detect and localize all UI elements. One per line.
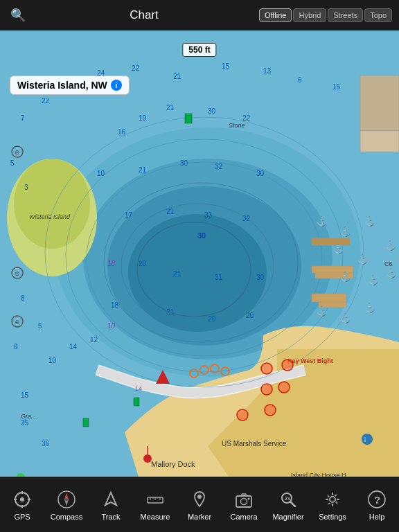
svg-text:?: ?	[374, 494, 380, 506]
svg-text:15: 15	[21, 391, 29, 399]
svg-text:10: 10	[97, 170, 105, 177]
svg-text:⚓: ⚓	[332, 243, 345, 255]
svg-text:31: 31	[215, 274, 223, 281]
map-container[interactable]: Wisteria Island 7 22 22 24 22 21 15 13 6…	[0, 30, 399, 477]
svg-text:35: 35	[21, 419, 29, 427]
svg-rect-67	[360, 131, 399, 152]
marker-label: Marker	[188, 513, 211, 521]
svg-text:21: 21	[139, 166, 147, 174]
camera-label: Camera	[230, 513, 257, 521]
track-label: Track	[101, 513, 120, 521]
svg-text:15: 15	[332, 83, 341, 91]
svg-text:19: 19	[139, 114, 147, 122]
gps-icon	[11, 488, 33, 511]
svg-text:14: 14	[135, 385, 142, 392]
svg-rect-132	[236, 496, 251, 507]
page-title: Chart	[29, 8, 259, 22]
app-header: 🔍 Chart Offline Hybrid Streets Topo	[0, 0, 399, 30]
mode-offline[interactable]: Offline	[259, 8, 292, 22]
svg-text:⚓: ⚓	[384, 240, 397, 251]
svg-text:i: i	[364, 436, 366, 443]
svg-point-104	[261, 384, 272, 395]
svg-text:22: 22	[242, 114, 251, 122]
scale-bar: 550 ft	[182, 43, 216, 57]
toolbar-item-help[interactable]: ? Help	[355, 488, 399, 521]
svg-rect-80	[185, 114, 192, 123]
svg-line-136	[290, 502, 295, 506]
help-icon: ?	[366, 488, 388, 511]
svg-text:32: 32	[215, 163, 223, 170]
measure-icon	[144, 488, 166, 511]
svg-text:5: 5	[38, 322, 42, 330]
svg-text:18: 18	[111, 301, 119, 309]
camera-icon	[233, 488, 255, 511]
marker-icon	[188, 488, 211, 511]
svg-text:Stone: Stone	[229, 122, 245, 129]
settings-icon	[321, 488, 344, 511]
svg-text:14: 14	[69, 343, 78, 351]
svg-text:33: 33	[204, 211, 213, 219]
svg-text:⚓: ⚓	[385, 267, 398, 279]
toolbar-item-marker[interactable]: Marker	[177, 488, 222, 521]
svg-point-134	[248, 498, 250, 500]
help-label: Help	[369, 513, 385, 521]
compass-label: Compass	[51, 513, 82, 521]
svg-text:8: 8	[14, 343, 18, 351]
svg-text:⚓: ⚓	[357, 254, 369, 265]
svg-text:⊕: ⊕	[15, 270, 20, 277]
svg-point-103	[282, 360, 293, 371]
toolbar-item-camera[interactable]: Camera	[222, 488, 266, 521]
mode-hybrid[interactable]: Hybrid	[293, 8, 326, 22]
info-icon[interactable]: i	[111, 80, 122, 91]
svg-text:22: 22	[132, 64, 140, 72]
svg-text:Mallory Dock: Mallory Dock	[151, 460, 195, 468]
gps-label: GPS	[14, 513, 30, 521]
toolbar-item-compass[interactable]: Compass	[44, 488, 89, 521]
svg-text:30: 30	[197, 231, 206, 240]
svg-text:⚓: ⚓	[364, 302, 376, 314]
svg-rect-82	[83, 418, 89, 427]
toolbar-item-track[interactable]: Track	[89, 488, 133, 521]
svg-text:18: 18	[107, 260, 116, 267]
svg-text:⚓: ⚓	[339, 226, 352, 238]
svg-text:21: 21	[173, 270, 181, 278]
svg-text:⊕: ⊕	[15, 149, 20, 156]
mode-topo[interactable]: Topo	[364, 8, 392, 22]
svg-text:2x: 2x	[285, 496, 290, 501]
compass-icon	[55, 488, 78, 511]
svg-point-131	[197, 495, 202, 499]
svg-text:⚓: ⚓	[339, 271, 352, 283]
toolbar-item-gps[interactable]: GPS	[0, 488, 44, 521]
toolbar-item-measure[interactable]: Measure	[133, 488, 177, 521]
svg-text:7: 7	[21, 114, 25, 122]
svg-point-106	[265, 405, 276, 416]
svg-point-123	[65, 498, 68, 501]
mode-streets[interactable]: Streets	[328, 8, 363, 22]
svg-text:US Marshals Service: US Marshals Service	[222, 440, 287, 447]
toolbar-item-magnifier[interactable]: 2x Magnifier	[266, 488, 310, 521]
svg-text:20: 20	[139, 260, 147, 267]
svg-point-105	[278, 382, 290, 393]
svg-text:15: 15	[222, 62, 230, 70]
svg-point-108	[362, 434, 373, 445]
search-button[interactable]: 🔍	[7, 8, 29, 23]
svg-text:6: 6	[298, 76, 302, 84]
svg-text:8: 8	[21, 294, 25, 302]
svg-text:C6: C6	[384, 260, 393, 267]
svg-marker-124	[105, 493, 116, 505]
svg-point-139	[330, 497, 335, 502]
toolbar: GPS Compass Track	[0, 477, 399, 532]
track-icon	[100, 488, 122, 511]
svg-rect-61	[312, 294, 346, 302]
svg-text:20: 20	[208, 315, 216, 323]
svg-rect-81	[134, 398, 139, 406]
svg-text:Island City House H...: Island City House H...	[291, 472, 351, 477]
svg-text:12: 12	[90, 336, 98, 344]
svg-text:⚓: ⚓	[316, 215, 328, 227]
measure-label: Measure	[141, 513, 170, 521]
location-label[interactable]: Wisteria Island, NW i	[10, 76, 130, 95]
toolbar-item-settings[interactable]: Settings	[310, 488, 355, 521]
svg-point-107	[237, 409, 248, 420]
scale-value: 550 ft	[188, 45, 210, 55]
svg-text:21: 21	[166, 104, 175, 112]
